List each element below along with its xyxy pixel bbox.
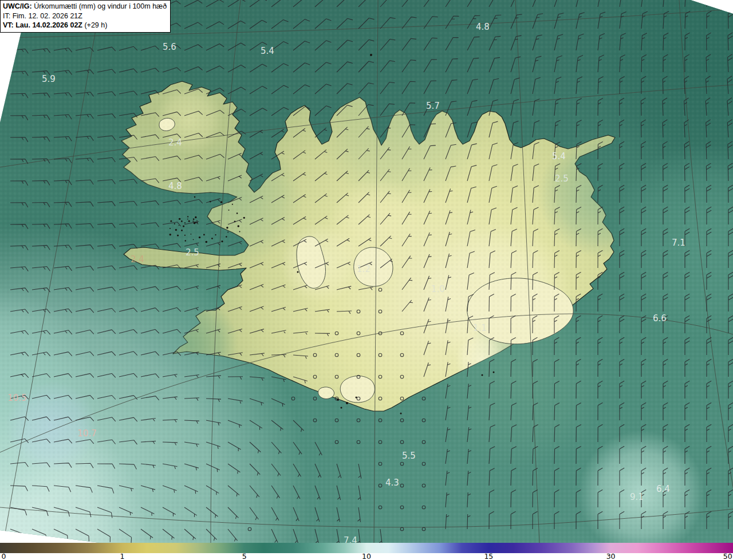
contour-label: 5.4: [261, 46, 274, 56]
title-box: UWC/IG: Úrkomumætti (mm) og vindur i 100…: [0, 0, 171, 33]
valid-time-offset: (+29 h): [82, 21, 107, 29]
contour-label: 1.0: [431, 284, 445, 294]
title-line-valid-time: VT: Lau. 14.02.2026 02Z (+29 h): [3, 21, 167, 30]
contour-label: 1.2: [357, 264, 371, 274]
contour-label: 4.3: [385, 478, 399, 488]
contour-label: 2.4: [168, 137, 182, 148]
contour-label: 2.4: [131, 254, 144, 265]
contour-label: 5.4: [552, 151, 566, 161]
colorbar-tick-label: 15: [484, 552, 493, 560]
contour-label: 2.5: [555, 173, 569, 184]
title-line-init-time: IT: Fim. 12. 02. 2026 21Z: [3, 11, 167, 21]
contour-label: 5.9: [42, 74, 56, 84]
colorbar-tick-label: 0: [2, 552, 6, 560]
title-line-product: UWC/IG: Úrkomumætti (mm) og vindur i 100…: [3, 2, 167, 11]
contour-label: 5.5: [402, 451, 416, 461]
contour-label: 10.5: [7, 393, 26, 403]
contour-label: 5.6: [163, 42, 176, 52]
contour-label: 7.4: [344, 535, 357, 543]
contour-label: 5.7: [426, 101, 440, 111]
colorbar-tick-label: 1: [120, 552, 124, 560]
colorbar-tick-label: 30: [606, 552, 616, 560]
valid-time: VT: Lau. 14.02.2026 02Z: [3, 21, 82, 29]
map-content: 4.85.65.45.95.72.45.42.54.87.12.52.41.21…: [0, 0, 733, 543]
contour-label: 4.8: [168, 181, 182, 191]
contour-label: 6.6: [653, 313, 667, 324]
colorbar-tick-label: 10: [362, 552, 371, 560]
weather-map-viewer: 4.85.65.45.95.72.45.42.54.87.12.52.41.21…: [0, 0, 733, 560]
contour-label: 7.1: [672, 238, 685, 248]
weather-map: 4.85.65.45.95.72.45.42.54.87.12.52.41.21…: [0, 0, 733, 543]
precipitation-colorbar: 01510153050: [0, 543, 733, 560]
colorbar-tick-label: 50: [723, 552, 732, 560]
product-title: Úrkomumætti (mm) og vindur i 100m hæð: [32, 2, 167, 10]
product-code: UWC/IG:: [3, 2, 32, 10]
contour-label: 9.1: [630, 492, 644, 502]
colorbar-tick-labels: 01510153050: [0, 553, 733, 560]
colorbar-tick-label: 5: [242, 552, 247, 560]
contour-label: 2.5: [186, 247, 199, 258]
contour-label: 6.4: [656, 484, 670, 494]
contour-label: 4.8: [476, 22, 490, 32]
contour-label: 1.1: [473, 323, 487, 333]
contour-label: 10.7: [77, 428, 96, 439]
